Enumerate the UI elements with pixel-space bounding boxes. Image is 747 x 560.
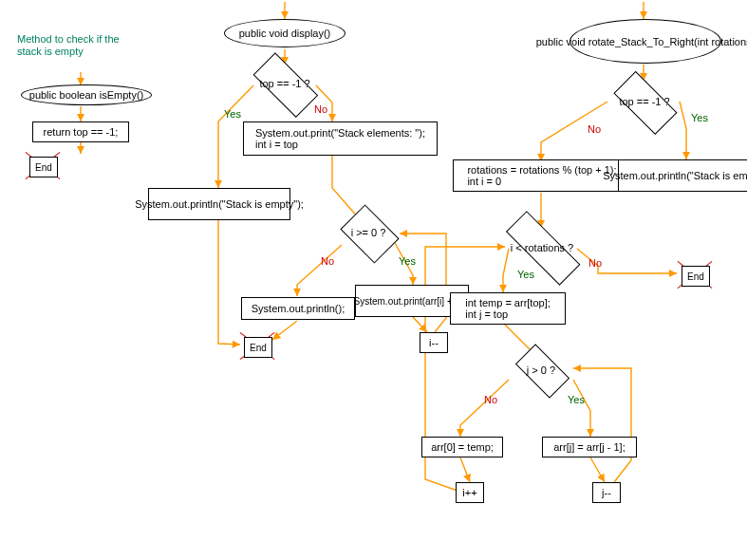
node-i-inc: i++ xyxy=(456,482,484,503)
node-cond-top-empty-2: top == -1 ? xyxy=(604,81,685,122)
node-cond-i-lt-rot: i < rotations ? xyxy=(489,228,595,268)
node-arrj-shift: arr[j] = arr[j - 1]; xyxy=(542,437,637,457)
node-method-isempty: public boolean isEmpty() xyxy=(21,84,152,105)
node-method-display: public void display() xyxy=(224,19,345,47)
end-display: End xyxy=(239,332,275,361)
node-display-empty: System.out.println("Stack is empty"); xyxy=(148,188,290,220)
svg-line-5 xyxy=(272,321,297,340)
svg-line-12 xyxy=(460,457,470,482)
label-no-4: No xyxy=(588,257,602,269)
node-temp-init: int temp = arr[top]; int j = top xyxy=(450,292,566,325)
label-no-2: No xyxy=(321,255,334,267)
node-rotate-empty: System.out.println("Stack is empty"); xyxy=(618,159,747,192)
node-arr0-temp: arr[0] = temp; xyxy=(421,437,503,457)
label-yes-4: Yes xyxy=(517,269,534,280)
end-rotate: End xyxy=(677,261,713,289)
node-return-top: return top == -1; xyxy=(32,121,129,142)
node-println: System.out.println(); xyxy=(241,297,355,320)
node-method-rotate: public void rotate_Stack_To_Right(int ro… xyxy=(570,19,721,64)
node-j-dec: j-- xyxy=(592,482,621,503)
svg-line-11 xyxy=(590,457,605,482)
label-yes-3: Yes xyxy=(691,112,708,123)
label-no-1: No xyxy=(314,103,327,115)
label-no-3: No xyxy=(588,123,601,135)
node-cond-j-gt-0: j > 0 ? xyxy=(508,351,574,389)
node-cond-top-empty: top == -1 ? xyxy=(243,63,327,104)
label-yes-5: Yes xyxy=(568,394,585,405)
node-i-dec: i-- xyxy=(420,332,448,353)
node-cond-i-ge-0: i >= 0 ? xyxy=(335,209,402,256)
end-isempty: End xyxy=(25,152,61,180)
comment-isempty: Method to check if the stack is empty xyxy=(17,33,140,58)
label-yes-1: Yes xyxy=(224,108,241,120)
label-no-5: No xyxy=(484,394,497,405)
label-yes-2: Yes xyxy=(399,255,416,267)
node-display-header: System.out.print("Stack elements: "); in… xyxy=(243,121,438,156)
